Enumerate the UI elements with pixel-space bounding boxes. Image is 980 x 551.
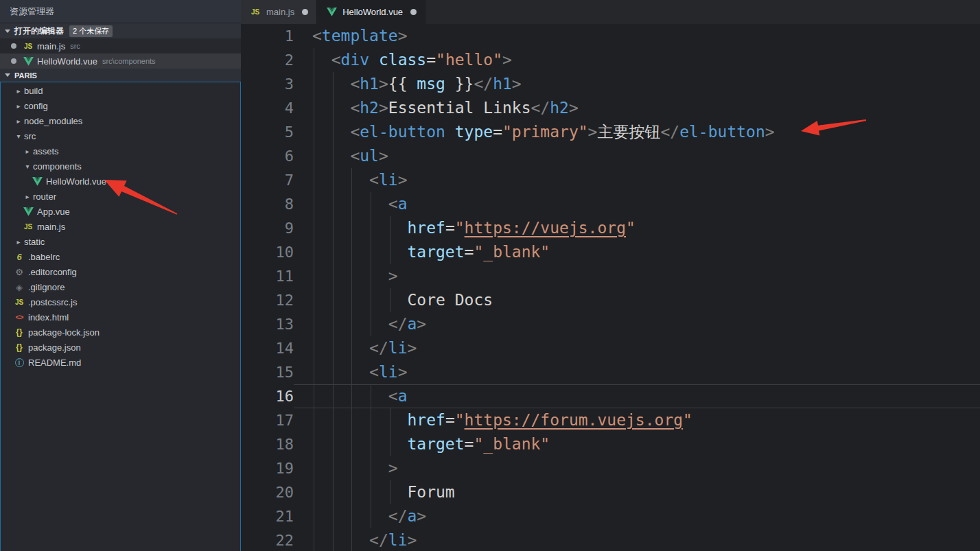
chevron-right-icon: ▸ xyxy=(13,87,24,95)
tree-item-node-modules[interactable]: ▸node_modules xyxy=(1,113,240,128)
indent-guide xyxy=(351,336,352,360)
open-editors-header[interactable]: 打开的编辑器 2 个未保存 xyxy=(0,23,241,38)
code-line[interactable]: 10 target="_blank" xyxy=(241,240,980,264)
line-number: 19 xyxy=(241,456,294,480)
code-line[interactable]: 1<template> xyxy=(241,24,980,48)
code-line[interactable]: 13 </a> xyxy=(241,312,980,336)
indent-guide xyxy=(314,168,314,192)
tree-item-package-lock-json[interactable]: {}package-lock.json xyxy=(1,325,240,340)
tree-item-router[interactable]: ▸router xyxy=(1,189,240,204)
tab-main-js[interactable]: JS main.js xyxy=(241,0,317,24)
code-line[interactable]: 5 <el-button type="primary">主要按钮</el-but… xyxy=(241,120,980,144)
tree-item-app-vue[interactable]: App.vue xyxy=(1,204,240,219)
modified-dot[interactable] xyxy=(410,9,417,15)
tree-item-readme-md[interactable]: iREADME.md xyxy=(1,355,240,370)
tree-item--postcssrc-js[interactable]: JS.postcssrc.js xyxy=(1,294,240,309)
json-icon: {} xyxy=(16,327,22,337)
chevron-right-icon: ▸ xyxy=(22,148,33,155)
code-line[interactable]: 16 <a xyxy=(241,384,980,408)
code-line[interactable]: 21 </a> xyxy=(241,504,980,528)
tree-item-config[interactable]: ▸config xyxy=(1,98,240,113)
modified-dot[interactable] xyxy=(11,58,16,64)
chevron-right-icon: ▸ xyxy=(13,102,24,110)
chevron-down-icon: ▾ xyxy=(22,163,33,170)
code-editor[interactable]: 1<template>2 <div class="hello">3 <h1>{{… xyxy=(241,24,980,551)
code-line[interactable]: 6 <ul> xyxy=(241,144,980,168)
code-line[interactable]: 2 <div class="hello"> xyxy=(241,48,980,72)
code-line[interactable]: 3 <h1>{{ msg }}</h1> xyxy=(241,72,980,96)
code-line[interactable]: 20 Forum xyxy=(241,480,980,504)
line-content: <li> xyxy=(294,360,980,384)
indent-guide xyxy=(371,240,371,264)
indent-guide xyxy=(314,384,314,408)
indent-guide xyxy=(351,264,352,288)
tree-item-package-json[interactable]: {}package.json xyxy=(1,340,240,355)
tree-item-src[interactable]: ▾src xyxy=(1,128,240,143)
vue-icon xyxy=(327,8,337,16)
modified-dot[interactable] xyxy=(302,9,308,15)
line-content: <li> xyxy=(294,168,980,192)
indent-guide xyxy=(333,480,334,504)
indent-guide xyxy=(314,504,314,528)
project-section-header[interactable]: PARIS xyxy=(0,69,241,82)
indent-guide xyxy=(314,408,314,432)
tree-item--babelrc[interactable]: 6.babelrc xyxy=(1,249,240,264)
indent-guide xyxy=(351,432,352,456)
code-line[interactable]: 9 href="https://vuejs.org" xyxy=(241,216,980,240)
vue-icon xyxy=(32,177,43,186)
explorer-sidebar: 资源管理器 打开的编辑器 2 个未保存 JS main.js src Hello… xyxy=(0,0,241,551)
indent-guide xyxy=(351,456,352,480)
indent-guide xyxy=(333,408,334,432)
code-line[interactable]: 12 Core Docs xyxy=(241,288,980,312)
indent-guide xyxy=(333,336,334,360)
chevron-down-icon: ▾ xyxy=(13,132,24,140)
tree-item-label: main.js xyxy=(37,222,65,232)
code-line[interactable]: 11 > xyxy=(241,264,980,288)
indent-guide xyxy=(371,432,371,456)
tree-item-static[interactable]: ▸static xyxy=(1,234,240,249)
indent-guide xyxy=(314,120,314,144)
modified-dot[interactable] xyxy=(11,43,16,49)
tree-item-label: .babelrc xyxy=(28,252,60,262)
tree-item-build[interactable]: ▸build xyxy=(1,83,240,98)
open-editor-item-main-js[interactable]: JS main.js src xyxy=(0,38,241,54)
line-content: <el-button type="primary">主要按钮</el-butto… xyxy=(294,120,980,144)
indent-guide xyxy=(314,48,314,72)
code-line[interactable]: 4 <h2>Essential Links</h2> xyxy=(241,96,980,120)
tree-item-index-html[interactable]: <>index.html xyxy=(1,309,240,325)
tree-item-label: README.md xyxy=(28,357,81,368)
line-number: 11 xyxy=(241,264,294,288)
indent-guide xyxy=(314,144,314,168)
line-number: 21 xyxy=(241,504,294,528)
tab-label: main.js xyxy=(266,7,294,17)
indent-guide xyxy=(314,456,314,480)
indent-guide xyxy=(314,192,314,216)
open-editors-label: 打开的编辑器 xyxy=(14,25,64,37)
tree-item-assets[interactable]: ▸assets xyxy=(1,143,240,159)
line-content: <div class="hello"> xyxy=(294,48,980,72)
tab-helloworld-vue[interactable]: HelloWorld.vue xyxy=(317,0,425,24)
tree-item-main-js[interactable]: JSmain.js xyxy=(1,219,240,234)
tree-item--gitignore[interactable]: ◈.gitignore xyxy=(1,279,240,294)
code-line[interactable]: 22 </li> xyxy=(241,528,980,551)
line-content: Forum xyxy=(294,480,980,504)
code-line[interactable]: 19 > xyxy=(241,456,980,480)
line-content: Core Docs xyxy=(294,288,980,312)
code-line[interactable]: 17 href="https://forum.vuejs.org" xyxy=(241,408,980,432)
tree-item-helloworld-vue[interactable]: HelloWorld.vue xyxy=(1,174,240,189)
code-line[interactable]: 15 <li> xyxy=(241,360,980,384)
tree-item-components[interactable]: ▾components xyxy=(1,159,240,174)
tree-item--editorconfig[interactable]: ⚙.editorconfig xyxy=(1,264,240,279)
indent-guide xyxy=(333,528,334,551)
tree-item-label: .postcssrc.js xyxy=(28,297,78,307)
code-line[interactable]: 14 </li> xyxy=(241,336,980,360)
indent-guide xyxy=(333,240,334,264)
line-number: 14 xyxy=(241,336,294,360)
open-editor-item-helloworld-vue[interactable]: HelloWorld.vue src\components xyxy=(0,54,241,69)
project-name: PARIS xyxy=(14,71,37,80)
code-line[interactable]: 18 target="_blank" xyxy=(241,432,980,456)
code-line[interactable]: 8 <a xyxy=(241,192,980,216)
line-content: href="https://vuejs.org" xyxy=(294,216,980,240)
line-number: 10 xyxy=(241,240,294,264)
code-line[interactable]: 7 <li> xyxy=(241,168,980,192)
